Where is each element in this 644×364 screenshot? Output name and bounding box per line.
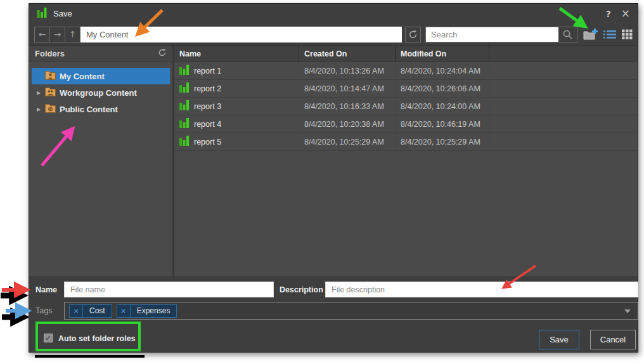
created-on-value: 8/4/2020, 10:13:26 AM: [299, 62, 396, 79]
tags-dropdown-caret-icon[interactable]: [624, 309, 631, 313]
new-folder-icon[interactable]: [583, 29, 598, 40]
description-label: Description: [280, 285, 323, 294]
column-header-name[interactable]: Name: [174, 46, 299, 62]
report-bars-icon: [179, 82, 189, 94]
modified-on-value: 8/4/2020, 10:26:06 AM: [396, 80, 489, 97]
folders-panel-header: Folders: [29, 46, 172, 62]
tag-chip-expenses[interactable]: × Expenses: [117, 304, 177, 318]
created-on-value: 8/4/2020, 10:16:33 AM: [299, 98, 396, 115]
folders-panel: Folders: [29, 46, 174, 276]
file-name: report 2: [194, 84, 221, 93]
report-bars-icon: [179, 65, 189, 77]
modified-on-value: 8/4/2020, 10:24:04 AM: [396, 62, 489, 79]
help-button[interactable]: ?: [606, 9, 611, 19]
forward-button[interactable]: →: [49, 27, 65, 42]
tree-item-label: My Content: [60, 72, 105, 81]
folders-refresh-icon[interactable]: [158, 48, 167, 60]
modified-on-value: 8/4/2020, 10:25:29 AM: [396, 133, 489, 150]
column-header-modified-on[interactable]: Modified On: [396, 46, 489, 62]
report-bars-icon: [179, 118, 189, 130]
content-area: Folders: [29, 46, 638, 276]
tags-input[interactable]: × Cost × Expenses: [64, 302, 638, 320]
close-icon[interactable]: ×: [621, 8, 630, 19]
tree-item-label: Public Content: [60, 105, 118, 114]
tag-label: Expenses: [131, 305, 177, 317]
tree-item-public-content[interactable]: ▶ Public Content: [32, 101, 170, 117]
modified-on-value: 8/4/2020, 10:46:19 AM: [396, 115, 489, 133]
created-on-value: 8/4/2020, 10:14:47 AM: [299, 80, 396, 97]
refresh-button[interactable]: [405, 27, 421, 42]
file-description-input[interactable]: [325, 282, 638, 297]
up-button[interactable]: ↑: [65, 27, 80, 42]
title-bar: Save ? ×: [29, 4, 638, 23]
navigation-bar: ← → ↑: [29, 23, 638, 46]
tag-label: Cost: [83, 305, 112, 317]
modified-on-value: 8/4/2020, 10:24:00 AM: [396, 98, 489, 115]
user-folder-icon: [45, 71, 56, 82]
save-dialog: Save ? × ← → ↑: [29, 3, 638, 353]
tree-item-my-content[interactable]: My Content: [32, 68, 170, 84]
app-bars-icon: [37, 8, 47, 20]
column-header-created-on[interactable]: Created On: [299, 46, 396, 62]
remove-tag-icon[interactable]: ×: [117, 305, 131, 317]
tree-item-label: Workgroup Content: [60, 88, 137, 98]
breadcrumb-path-input[interactable]: [80, 27, 402, 42]
table-row[interactable]: report 4 8/4/2020, 10:20:38 AM 8/4/2020,…: [174, 115, 638, 133]
list-view-icon[interactable]: [603, 30, 616, 39]
table-row[interactable]: report 1 8/4/2020, 10:13:26 AM 8/4/2020,…: [174, 62, 638, 80]
table-header: Name Created On Modified On: [174, 46, 638, 62]
cancel-button[interactable]: Cancel: [590, 330, 636, 349]
dialog-title: Save: [53, 9, 72, 18]
auto-set-folder-roles-label: Auto set folder roles: [58, 334, 136, 343]
column-header-extra: [489, 46, 638, 62]
expand-arrow-icon[interactable]: ▶: [37, 107, 45, 112]
remove-tag-icon[interactable]: ×: [70, 305, 83, 317]
file-table: Name Created On Modified On report 1 8/4…: [174, 46, 638, 276]
save-button[interactable]: Save: [539, 330, 579, 349]
folder-tree: My Content ▶ Workgroup Content: [29, 62, 172, 117]
tags-label: Tags: [35, 306, 52, 315]
auto-set-folder-roles-checkbox[interactable]: ✓: [44, 334, 53, 342]
search-box: [425, 27, 577, 42]
save-form: Name Description Tags × Cost × Expenses …: [29, 276, 638, 352]
file-name: report 5: [194, 138, 221, 146]
file-name: report 4: [194, 120, 221, 129]
table-row[interactable]: report 2 8/4/2020, 10:14:47 AM 8/4/2020,…: [174, 80, 638, 98]
report-bars-icon: [179, 100, 189, 112]
created-on-value: 8/4/2020, 10:25:29 AM: [299, 133, 396, 150]
refresh-icon: [408, 30, 418, 39]
file-name: report 3: [194, 102, 221, 111]
name-label: Name: [35, 285, 57, 294]
created-on-value: 8/4/2020, 10:20:38 AM: [299, 115, 396, 133]
back-button[interactable]: ←: [34, 27, 50, 42]
grid-view-icon[interactable]: [622, 29, 633, 39]
public-folder-icon: [45, 104, 56, 115]
tree-item-workgroup-content[interactable]: ▶ Workgroup Content: [32, 84, 170, 101]
expand-arrow-icon[interactable]: ▶: [37, 90, 45, 96]
search-icon[interactable]: [558, 27, 577, 42]
tag-chip-cost[interactable]: × Cost: [69, 304, 112, 318]
table-row[interactable]: report 5 8/4/2020, 10:25:29 AM 8/4/2020,…: [174, 133, 638, 151]
report-bars-icon: [179, 136, 189, 148]
workgroup-folder-icon: [45, 88, 56, 98]
file-name: report 1: [194, 67, 221, 75]
table-row[interactable]: report 3 8/4/2020, 10:16:33 AM 8/4/2020,…: [174, 98, 638, 115]
file-name-input[interactable]: [64, 282, 274, 297]
search-input[interactable]: [426, 27, 558, 42]
folders-header-label: Folders: [35, 49, 158, 58]
